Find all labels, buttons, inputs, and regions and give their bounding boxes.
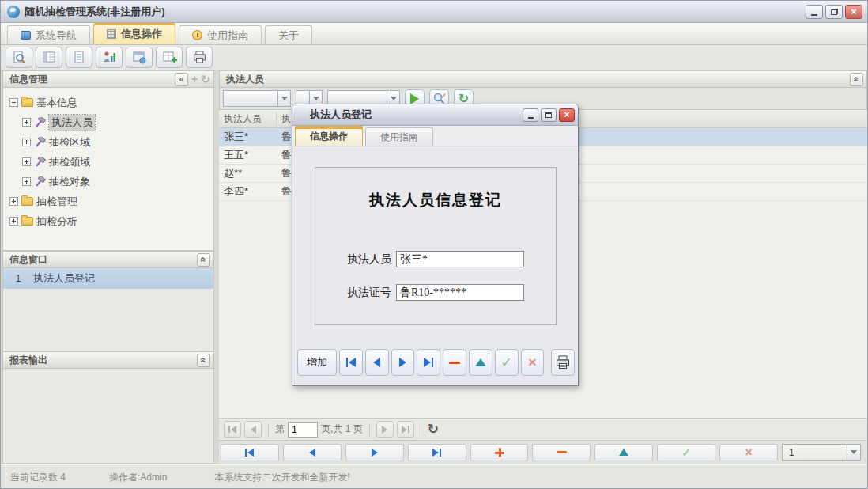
dialog-tab-guide[interactable]: 使用指南 (365, 127, 433, 146)
record-delete-button[interactable] (532, 444, 591, 461)
page-prefix: 第 (275, 423, 285, 436)
save-record-button[interactable]: ✓ (495, 349, 519, 376)
last-page-button[interactable] (397, 421, 414, 438)
delete-record-button[interactable] (443, 349, 466, 376)
filter-select-1[interactable] (223, 90, 291, 107)
tab-label: 关于 (278, 28, 299, 43)
nav-last-button[interactable] (408, 444, 466, 461)
tree-item-sampling-region[interactable]: 抽检区域 (3, 132, 213, 152)
tab-system-nav[interactable]: 系统导航 (7, 25, 90, 44)
record-edit-button[interactable] (594, 444, 653, 461)
prev-record-button[interactable] (365, 349, 389, 376)
collapse-up-icon[interactable]: « (850, 73, 863, 86)
close-icon[interactable]: × (845, 5, 862, 19)
collapse-left-icon[interactable]: « (175, 73, 188, 86)
first-page-button[interactable] (224, 421, 241, 438)
pager-bar: 第 页,共 1 页 ↻ (219, 418, 867, 440)
info-window-header: 信息窗口 « (2, 251, 214, 268)
cell-cert: 鲁 (277, 184, 292, 199)
tree-item-sampling-object[interactable]: 抽检对象 (3, 172, 213, 191)
cert-number-input[interactable] (396, 284, 524, 301)
nav-next-button[interactable] (345, 444, 404, 461)
expand-box-icon[interactable] (22, 118, 31, 127)
person-report-button[interactable] (96, 47, 123, 68)
tree-item-sampling-manage[interactable]: 抽检管理 (3, 191, 213, 211)
cert-field-row: 执法证号 (315, 284, 556, 301)
search-document-button[interactable] (6, 47, 32, 68)
tree-label: 基本信息 (36, 96, 77, 110)
tool-icon (34, 157, 46, 168)
nav-first-button[interactable] (221, 444, 279, 461)
last-record-button[interactable] (417, 349, 440, 376)
collapse-up-icon[interactable]: « (197, 354, 210, 367)
tab-user-guide[interactable]: 使用指南 (179, 25, 262, 44)
table-add-icon (162, 50, 177, 65)
restore-icon[interactable] (825, 5, 843, 19)
new-document-button[interactable] (66, 47, 92, 68)
main-tabstrip: 系统导航 信息操作 使用指南 关于 (1, 23, 867, 45)
refresh-grid-icon[interactable]: ↻ (428, 423, 439, 436)
record-save-button[interactable]: ✓ (657, 444, 715, 461)
collapse-up-icon[interactable]: « (197, 253, 210, 267)
cancel-record-button[interactable]: × (521, 349, 545, 376)
col-officer[interactable]: 执法人员 (219, 112, 277, 126)
expand-box-icon[interactable] (9, 197, 18, 206)
add-icon[interactable]: + (191, 73, 198, 85)
tab-about[interactable]: 关于 (265, 25, 312, 44)
tree-item-sampling-field[interactable]: 抽检领域 (3, 152, 213, 172)
nav-prev-button[interactable] (283, 444, 342, 461)
dialog-tab-info[interactable]: 信息操作 (295, 126, 363, 146)
dialog-titlebar[interactable]: 执法人员登记 × (292, 104, 578, 126)
expand-box-icon[interactable] (9, 217, 18, 226)
expand-box-icon[interactable] (22, 177, 31, 186)
page-size-select[interactable]: 1 (782, 444, 861, 461)
collapse-box-icon[interactable] (9, 98, 18, 107)
prev-page-button[interactable] (244, 421, 262, 438)
operator-text: 操作者:Admin (109, 471, 167, 484)
tree-item-basic-info[interactable]: 基本信息 (3, 93, 213, 112)
dialog-body: 执法人员信息登记 执法人员 执法证号 (292, 146, 578, 346)
tree-label: 执法人员 (49, 115, 95, 131)
dialog-controls: × (523, 108, 575, 122)
tree-label: 抽检分析 (36, 214, 77, 229)
plus-icon (495, 448, 504, 457)
cell-cert: 鲁 (277, 148, 292, 162)
window-preview-button[interactable] (126, 47, 153, 68)
icon-toolbar (1, 45, 867, 70)
data-list-button[interactable] (36, 47, 62, 68)
record-cancel-button[interactable]: × (719, 444, 778, 461)
tree-item-sampling-analysis[interactable]: 抽检分析 (3, 211, 213, 231)
dialog-tabstrip: 信息操作 使用指南 (292, 126, 578, 146)
person-report-icon (102, 50, 117, 65)
add-record-button[interactable]: 增加 (297, 349, 337, 376)
print-record-button[interactable] (551, 349, 575, 376)
dialog-close-icon[interactable]: × (559, 108, 575, 122)
dialog-title: 执法人员登记 (310, 108, 372, 122)
officer-panel-header: 执法人员 « (219, 70, 867, 88)
record-add-button[interactable] (470, 444, 529, 461)
minimize-icon[interactable] (806, 5, 823, 19)
dialog-minimize-icon[interactable] (523, 108, 538, 122)
tool-icon (34, 176, 46, 188)
record-count-text: 当前记录数 4 (10, 471, 66, 484)
tab-info-operation[interactable]: 信息操作 (93, 23, 175, 44)
dialog-maximize-icon[interactable] (541, 108, 557, 122)
edit-record-button[interactable] (469, 349, 492, 376)
print-button[interactable] (186, 47, 213, 68)
next-page-button[interactable] (376, 421, 394, 438)
printer-icon (555, 354, 571, 370)
folder-icon (21, 197, 33, 206)
col-cert[interactable]: 执 (277, 112, 291, 126)
expand-box-icon[interactable] (22, 138, 31, 146)
tree-item-law-officer[interactable]: 执法人员 (3, 112, 213, 132)
page-number-input[interactable] (288, 422, 318, 438)
tree-label: 抽检区域 (49, 135, 90, 150)
window-controls: × (806, 5, 862, 19)
expand-box-icon[interactable] (22, 157, 31, 166)
refresh-icon[interactable]: ↻ (201, 73, 210, 85)
list-item-officer-register[interactable]: 1 执法人员登记 (3, 268, 213, 289)
officer-name-input[interactable] (396, 251, 524, 267)
table-add-button[interactable] (156, 47, 183, 68)
first-record-button[interactable] (339, 349, 363, 376)
next-record-button[interactable] (391, 349, 415, 376)
